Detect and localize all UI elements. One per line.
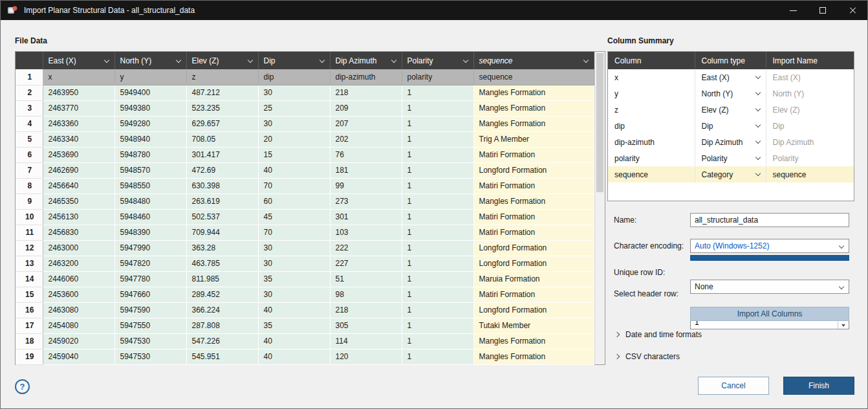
data-cell[interactable]: 1 (402, 240, 473, 256)
unique-row-id-select[interactable]: None (690, 280, 849, 294)
data-cell[interactable]: 2463950 (43, 85, 114, 100)
data-cell[interactable]: 363.28 (186, 240, 258, 256)
file-column-header[interactable]: Dip (258, 52, 330, 69)
data-cell[interactable]: 218 (330, 85, 402, 100)
data-cell[interactable]: 287.808 (186, 318, 258, 333)
data-cell[interactable]: 523.235 (186, 100, 258, 116)
data-cell[interactable]: 305 (330, 318, 402, 333)
data-cell[interactable]: 5947590 (114, 302, 186, 318)
data-cell[interactable]: 1 (402, 178, 473, 193)
file-column-header[interactable]: North (Y) (114, 52, 186, 69)
data-cell[interactable]: 273 (330, 193, 402, 209)
data-cell[interactable]: 98 (330, 287, 402, 302)
import-name-cell[interactable]: East (X) (766, 69, 854, 85)
data-cell[interactable]: 2463200 (43, 256, 114, 271)
file-column-header[interactable]: East (X) (43, 52, 114, 69)
data-cell[interactable]: 209 (330, 100, 402, 116)
data-cell[interactable]: Matiri Formation (473, 225, 594, 240)
import-all-columns-button[interactable]: Import All Columns (690, 307, 849, 321)
data-cell[interactable]: 629.657 (186, 116, 258, 131)
column-type-dropdown[interactable]: Polarity (695, 150, 766, 166)
data-cell[interactable]: 2462690 (43, 162, 114, 178)
data-cell[interactable]: Longford Formation (473, 240, 594, 256)
data-cell[interactable]: 2453690 (43, 147, 114, 162)
data-cell[interactable]: 1 (402, 85, 473, 100)
data-cell[interactable]: sequence (473, 69, 594, 85)
csv-characters-expander[interactable]: CSV characters (615, 352, 680, 361)
data-cell[interactable]: 289.452 (186, 287, 258, 302)
data-cell[interactable]: 5949380 (114, 100, 186, 116)
data-cell[interactable]: 1 (402, 225, 473, 240)
data-cell[interactable]: 2463080 (43, 302, 114, 318)
data-cell[interactable]: 5948390 (114, 225, 186, 240)
data-cell[interactable]: 472.69 (186, 162, 258, 178)
data-cell[interactable]: 1 (402, 256, 473, 271)
data-cell[interactable]: 1 (402, 318, 473, 333)
data-cell[interactable]: 30 (258, 116, 330, 131)
data-cell[interactable]: 40 (258, 349, 330, 364)
data-cell[interactable]: 708.05 (186, 131, 258, 147)
data-cell[interactable]: 1 (402, 162, 473, 178)
data-cell[interactable]: 25 (258, 100, 330, 116)
data-cell[interactable]: 1 (402, 349, 473, 364)
data-cell[interactable]: 45 (258, 209, 330, 225)
data-cell[interactable]: 301.417 (186, 147, 258, 162)
data-cell[interactable]: 1 (402, 302, 473, 318)
data-cell[interactable]: 5947660 (114, 287, 186, 302)
file-column-header[interactable]: Dip Azimuth (330, 52, 402, 69)
data-cell[interactable]: 2459040 (43, 349, 114, 364)
data-cell[interactable]: 40 (258, 302, 330, 318)
cancel-button[interactable]: Cancel (698, 377, 769, 395)
data-cell[interactable]: 811.985 (186, 271, 258, 287)
data-cell[interactable]: Matiri Formation (473, 147, 594, 162)
data-cell[interactable]: 222 (330, 240, 402, 256)
data-cell[interactable]: 2459020 (43, 333, 114, 349)
close-button[interactable] (838, 1, 867, 20)
column-type-dropdown[interactable]: East (X) (695, 69, 766, 85)
data-cell[interactable]: Mangles Formation (473, 85, 594, 100)
data-cell[interactable]: 181 (330, 162, 402, 178)
file-column-header[interactable]: sequence (473, 52, 594, 69)
data-cell[interactable]: dip-azimuth (330, 69, 402, 85)
data-cell[interactable]: 114 (330, 333, 402, 349)
character-encoding-select[interactable]: Auto (Windows-1252) (690, 239, 849, 253)
data-cell[interactable]: 5948460 (114, 209, 186, 225)
data-cell[interactable]: 227 (330, 256, 402, 271)
data-cell[interactable]: y (114, 69, 186, 85)
data-cell[interactable]: 5947780 (114, 271, 186, 287)
import-name-cell[interactable]: sequence (766, 166, 854, 182)
data-cell[interactable]: 30 (258, 240, 330, 256)
data-cell[interactable]: 1 (402, 209, 473, 225)
minimize-button[interactable] (778, 1, 808, 20)
vertical-scrollbar[interactable] (594, 52, 605, 364)
data-cell[interactable]: 5947550 (114, 318, 186, 333)
data-cell[interactable]: 2456640 (43, 178, 114, 193)
data-cell[interactable]: Tutaki Member (473, 318, 594, 333)
data-cell[interactable]: 263.619 (186, 193, 258, 209)
data-cell[interactable]: polarity (402, 69, 473, 85)
data-cell[interactable]: Longford Formation (473, 302, 594, 318)
date-time-formats-expander[interactable]: Date and time formats (615, 330, 702, 339)
data-cell[interactable]: 5948570 (114, 162, 186, 178)
data-cell[interactable]: 5949400 (114, 85, 186, 100)
data-cell[interactable]: z (186, 69, 258, 85)
data-cell[interactable]: 70 (258, 178, 330, 193)
data-cell[interactable]: 30 (258, 256, 330, 271)
data-cell[interactable]: 1 (402, 131, 473, 147)
name-input[interactable] (690, 213, 849, 227)
data-cell[interactable]: 1 (402, 287, 473, 302)
data-cell[interactable]: 5947530 (114, 349, 186, 364)
import-name-cell[interactable]: Dip Azimuth (766, 134, 854, 150)
data-cell[interactable]: 5948550 (114, 178, 186, 193)
data-cell[interactable]: 463.785 (186, 256, 258, 271)
help-button[interactable]: ? (15, 379, 30, 394)
data-cell[interactable]: 70 (258, 225, 330, 240)
data-cell[interactable]: 502.537 (186, 209, 258, 225)
data-cell[interactable]: 5947820 (114, 256, 186, 271)
data-cell[interactable]: 1 (402, 100, 473, 116)
data-cell[interactable]: 1 (402, 333, 473, 349)
data-cell[interactable]: 40 (258, 162, 330, 178)
file-column-header[interactable]: Elev (Z) (186, 52, 258, 69)
data-cell[interactable]: 1 (402, 193, 473, 209)
data-cell[interactable]: Mangles Formation (473, 349, 594, 364)
